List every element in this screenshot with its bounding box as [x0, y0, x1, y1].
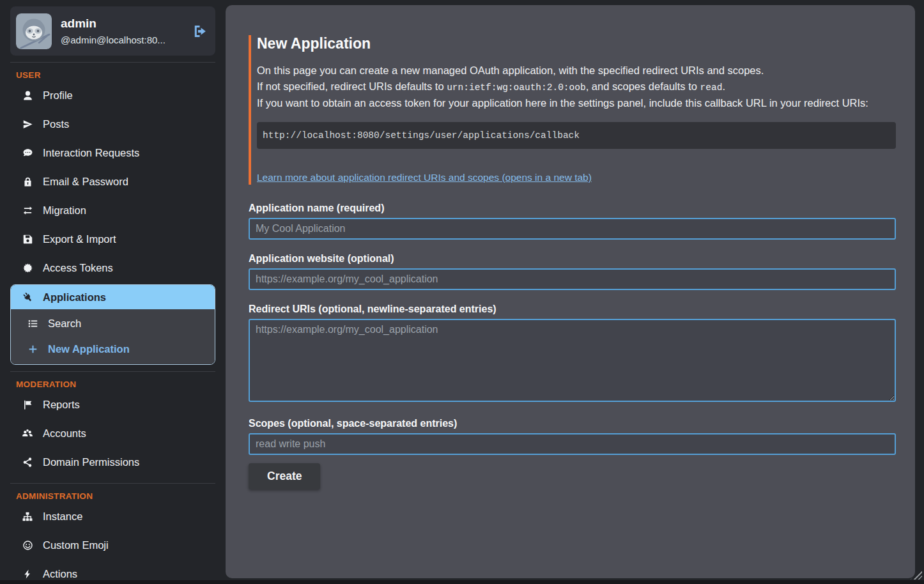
section-header-administration: ADMINISTRATION	[16, 491, 215, 501]
intro-line-3: If you want to obtain an access token fo…	[257, 95, 896, 111]
sidebar-item-label: Domain Permissions	[43, 456, 139, 468]
sidebar-item-reports[interactable]: Reports	[10, 390, 215, 419]
redirect-uris-label: Redirect URIs (optional, newline-separat…	[249, 304, 896, 315]
users-icon	[21, 428, 34, 439]
share-nodes-icon	[21, 457, 34, 468]
sidebar-item-export-import[interactable]: Export & Import	[10, 225, 215, 254]
sidebar-item-label: Interaction Requests	[43, 147, 139, 159]
avatar	[16, 13, 52, 49]
sidebar-item-label: Reports	[43, 399, 80, 411]
section-header-moderation: MODERATION	[16, 380, 215, 389]
application-website-label: Application website (optional)	[249, 253, 896, 265]
window-bottom-edge	[0, 580, 924, 584]
sidebar-item-label: Applications	[43, 291, 106, 304]
settings-sidebar: admin @admin@localhost:80... USER Profil…	[0, 0, 220, 584]
application-name-label: Application name (required)	[249, 203, 896, 214]
application-website-field-group: Application website (optional)	[249, 253, 896, 290]
intro-line-1: On this page you can create a new manage…	[257, 63, 896, 79]
sidebar-item-domain-permissions[interactable]: Domain Permissions	[10, 448, 215, 477]
sidebar-item-interaction-requests[interactable]: Interaction Requests	[10, 139, 215, 167]
sidebar-item-profile[interactable]: Profile	[10, 81, 215, 110]
list-icon	[26, 318, 39, 329]
floppy-disk-icon	[21, 234, 34, 245]
sidebar-item-instance[interactable]: Instance	[10, 502, 215, 531]
intro-block: New Application On this page you can cre…	[249, 35, 896, 185]
inline-code-read: read	[700, 82, 723, 93]
sidebar-item-label: Accounts	[43, 427, 86, 440]
sidebar-item-label: Custom Emoji	[43, 539, 109, 551]
sidebar-item-custom-emoji[interactable]: Custom Emoji	[10, 531, 215, 560]
divider	[10, 371, 215, 372]
user-card[interactable]: admin @admin@localhost:80...	[10, 6, 215, 56]
logout-icon[interactable]	[192, 24, 208, 39]
create-button[interactable]: Create	[249, 463, 320, 489]
comment-dots-icon	[21, 148, 34, 158]
sidebar-item-label: Profile	[43, 89, 73, 102]
scopes-label: Scopes (optional, space-separated entrie…	[249, 418, 896, 429]
callback-url-code-block: http://localhost:8080/settings/user/appl…	[257, 122, 896, 149]
sidebar-item-label: Access Tokens	[43, 262, 113, 274]
user-handle: @admin@localhost:80...	[61, 35, 183, 45]
page-title: New Application	[257, 35, 896, 52]
username: admin	[61, 17, 183, 31]
sidebar-item-label: Migration	[43, 204, 86, 217]
application-name-field-group: Application name (required)	[249, 203, 896, 240]
sidebar-item-label: Actions	[43, 568, 77, 580]
sidebar-subitem-new-application[interactable]: New Application	[11, 336, 215, 362]
sidebar-item-migration[interactable]: Migration	[10, 196, 215, 225]
applications-submenu: Search New Application	[11, 309, 215, 364]
intro-text: On this page you can create a new manage…	[257, 63, 896, 111]
smile-icon	[21, 540, 34, 551]
plug-icon	[19, 289, 36, 305]
scopes-field-group: Scopes (optional, space-separated entrie…	[249, 418, 896, 455]
redirect-uris-textarea[interactable]	[249, 319, 896, 402]
sidebar-item-label: Email & Password	[43, 176, 128, 188]
sloth-avatar-image	[16, 13, 52, 49]
user-icon	[21, 90, 34, 101]
sidebar-item-posts[interactable]: Posts	[10, 110, 215, 139]
sidebar-item-access-tokens[interactable]: Access Tokens	[10, 254, 215, 282]
scopes-input[interactable]	[249, 433, 896, 455]
sidebar-item-accounts[interactable]: Accounts	[10, 419, 215, 448]
certificate-icon	[21, 263, 34, 273]
redirect-uris-field-group: Redirect URIs (optional, newline-separat…	[249, 304, 896, 404]
divider	[10, 62, 215, 63]
learn-more-link[interactable]: Learn more about application redirect UR…	[257, 172, 592, 183]
sidebar-item-label: Posts	[43, 118, 69, 130]
applications-group: Applications Search New Application	[10, 284, 215, 365]
intro-line-2: If not specified, redirect URIs defaults…	[257, 79, 896, 96]
sidebar-subitem-label: Search	[48, 318, 81, 330]
paper-plane-icon	[21, 119, 34, 130]
lock-icon	[21, 176, 34, 187]
bolt-icon	[21, 569, 34, 580]
sidebar-item-applications-selected[interactable]: Applications	[11, 285, 215, 309]
divider	[10, 483, 215, 484]
inline-code-oob: urn:ietf:wg:oauth:2.0:oob	[447, 82, 586, 93]
application-name-input[interactable]	[249, 218, 896, 240]
exchange-icon	[21, 205, 34, 216]
sidebar-subitem-search[interactable]: Search	[11, 311, 215, 336]
sidebar-item-label: Instance	[43, 511, 82, 523]
new-application-panel: New Application On this page you can cre…	[226, 5, 915, 578]
sidebar-item-label: Export & Import	[43, 233, 116, 245]
sidebar-item-email-password[interactable]: Email & Password	[10, 167, 215, 196]
sitemap-icon	[21, 511, 34, 522]
new-application-form: Application name (required) Application …	[249, 203, 896, 489]
flag-icon	[21, 399, 34, 410]
sidebar-subitem-label: New Application	[48, 343, 130, 355]
plus-icon	[26, 344, 39, 355]
application-website-input[interactable]	[249, 268, 896, 290]
section-header-user: USER	[16, 70, 215, 80]
